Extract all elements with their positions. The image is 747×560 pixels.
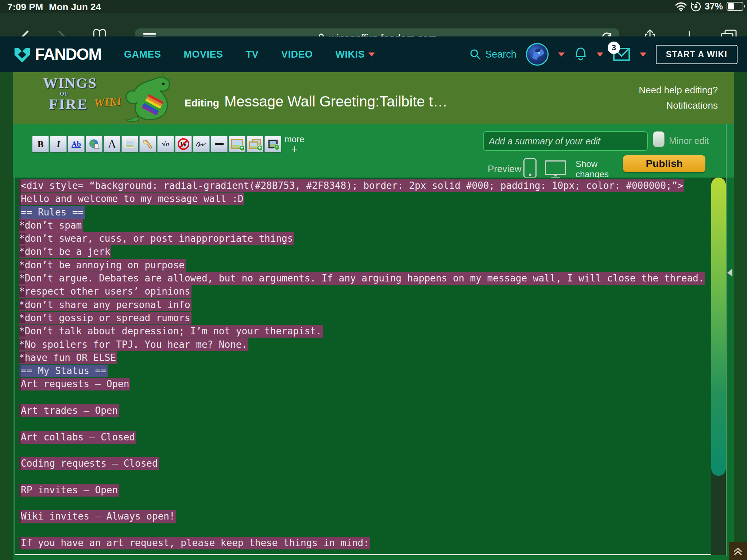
editor-line: *Don’t argue. Debates are allowed, but n… xyxy=(19,273,726,286)
message-count-badge: 3 xyxy=(608,42,620,54)
editor-line: *don’t be a jerk xyxy=(19,246,726,259)
editor-line xyxy=(19,524,726,537)
start-a-wiki-button[interactable]: START A WIKI xyxy=(656,45,738,64)
date-label: Mon Jun 24 xyxy=(49,1,101,13)
monitor-icon xyxy=(554,174,557,176)
toolbar-button-external-link[interactable] xyxy=(86,136,102,152)
editor-line: == Rules == xyxy=(19,207,726,220)
page-title-group: Editing Message Wall Greeting:Tailbite t… xyxy=(185,93,448,110)
desktop-preview-button[interactable] xyxy=(545,160,566,175)
editor-line: *No spoilers for TPJ. You hear me? None. xyxy=(19,339,726,352)
messages-button[interactable]: 3 xyxy=(613,47,630,61)
search-label: Search xyxy=(485,49,516,60)
page-title: Message Wall Greeting:Tailbite t… xyxy=(224,93,448,110)
more-tools-button[interactable]: more + xyxy=(278,134,311,154)
editor-line xyxy=(19,392,726,405)
rotation-lock-icon xyxy=(691,1,701,12)
chevron-down-icon xyxy=(368,52,375,57)
editor-line: *have fun OR ELSE xyxy=(19,352,726,365)
editor-line: *don’t be annoying on purpose xyxy=(19,260,726,273)
editor-scrollbar[interactable] xyxy=(711,178,726,555)
editor-line: If you have an art request, please keep … xyxy=(19,537,726,551)
scrollbar-thumb[interactable] xyxy=(711,178,726,476)
toolbar-button-bold[interactable]: B xyxy=(32,136,49,152)
clock-label: 7:09 PM xyxy=(7,1,43,13)
editor-line xyxy=(19,498,726,511)
nav-link-movies[interactable]: MOVIES xyxy=(184,49,223,60)
toolbar-button-nowiki[interactable]: W xyxy=(175,136,192,152)
toolbar-button-add-photo[interactable]: + xyxy=(229,136,245,152)
editor-line: Art collabs – Closed xyxy=(19,432,726,445)
edit-toolbar-buttons: BIAbA√nW+++ xyxy=(32,136,281,152)
minor-edit-checkbox[interactable] xyxy=(653,131,665,147)
wiki-logo-word: WIKI xyxy=(94,94,122,110)
page-right-margin xyxy=(734,72,747,560)
editor-line: Hello and welcome to my message wall :D xyxy=(19,193,726,206)
editor-line: *don’t gossip or spread rumors xyxy=(19,312,726,326)
browser-chrome: 7:09 PM Mon Jun 24 37% xyxy=(0,0,747,36)
wifi-icon xyxy=(675,2,687,11)
fandom-nav-links: GAMESMOVIESTVVIDEOWIKIS xyxy=(124,36,375,72)
editor-line: Art trades – Open xyxy=(19,405,726,418)
need-help-link[interactable]: Need help editing? xyxy=(639,82,718,98)
fandom-logo[interactable]: FANDOM xyxy=(13,45,101,63)
editor-line: *respect other users’ opinions xyxy=(19,286,726,299)
fandom-logo-text: FANDOM xyxy=(35,45,101,63)
notifications-bell-button[interactable] xyxy=(574,47,587,62)
editor-line: RP invites – Open xyxy=(19,485,726,498)
toolbar-button-add-gallery[interactable]: + xyxy=(247,136,263,152)
editor-line: *don’t swear, cuss, or post inappropriat… xyxy=(19,233,726,246)
toolbar-button-headline[interactable]: A xyxy=(104,136,120,152)
edit-toolbar: BIAbA√nW+++ more + Minor edit Preview Sh… xyxy=(13,124,734,178)
scroll-to-top-button[interactable] xyxy=(729,542,747,560)
show-changes-button[interactable]: Show changes xyxy=(576,159,616,179)
search-icon xyxy=(470,49,481,60)
user-avatar[interactable] xyxy=(526,43,549,66)
status-bar: 7:09 PM Mon Jun 24 37% xyxy=(0,0,747,13)
search-button[interactable]: Search xyxy=(470,49,516,60)
editor-line xyxy=(19,445,726,458)
toolbar-button-embedded-file[interactable] xyxy=(121,136,138,152)
toolbar-button-horizontal-line[interactable] xyxy=(211,136,228,152)
collapse-rail-icon[interactable] xyxy=(727,269,732,277)
avatar-dropdown-icon[interactable] xyxy=(558,52,565,57)
chevron-up-icon xyxy=(732,545,743,556)
toolbar-button-media-file-link[interactable] xyxy=(139,136,156,152)
preview-label: Preview xyxy=(488,163,521,175)
toolbar-button-internal-link[interactable]: Ab xyxy=(68,136,85,152)
toolbar-button-signature[interactable] xyxy=(193,136,210,152)
screen: 7:09 PM Mon Jun 24 37% xyxy=(0,0,747,560)
nav-link-games[interactable]: GAMES xyxy=(124,49,161,60)
editor-line: *don’t share any personal info xyxy=(19,299,726,312)
wiki-header: WINGS OF FIRE WIKI Editing Message Wall … xyxy=(13,72,734,124)
messages-dropdown-icon[interactable] xyxy=(640,52,646,57)
mobile-preview-button[interactable] xyxy=(523,158,537,178)
bell-dropdown-icon[interactable] xyxy=(597,52,603,57)
publish-button[interactable]: Publish xyxy=(623,155,705,172)
nav-link-video[interactable]: VIDEO xyxy=(281,49,313,60)
wings-of-fire-logo[interactable]: WINGS OF FIRE xyxy=(43,76,98,112)
editor-textarea[interactable]: <div style= “background: radial-gradient… xyxy=(15,178,726,555)
notifications-link[interactable]: Notifications xyxy=(639,98,718,113)
edit-summary-input[interactable] xyxy=(483,131,648,151)
phone-icon xyxy=(529,174,531,176)
toolbar-button-italic[interactable]: I xyxy=(50,136,67,152)
nav-link-tv[interactable]: TV xyxy=(246,49,259,60)
nav-link-wikis[interactable]: WIKIS xyxy=(336,49,375,60)
safari-toolbar: wingsoffire.fandom.com xyxy=(0,13,747,36)
editor-line: Art requests – Open xyxy=(19,378,726,392)
fandom-nav-right: Search 3 START A WIKI xyxy=(470,36,738,72)
fandom-logo-icon xyxy=(13,45,31,63)
page-left-margin xyxy=(0,72,13,560)
toolbar-button-math[interactable]: √n xyxy=(157,136,174,152)
dragon-illustration xyxy=(123,73,181,124)
editing-label: Editing xyxy=(185,97,219,109)
editor-line xyxy=(19,418,726,431)
editor-line: Coding requests – Closed xyxy=(19,458,726,471)
fandom-navbar: FANDOM GAMESMOVIESTVVIDEOWIKIS Search 3 xyxy=(0,36,747,72)
page-edge-line xyxy=(726,124,727,556)
editor-line xyxy=(19,471,726,485)
editor-line: <div style= “background: radial-gradient… xyxy=(19,180,726,193)
battery-icon xyxy=(727,2,743,11)
editor-line: *don’t spam xyxy=(19,220,726,233)
